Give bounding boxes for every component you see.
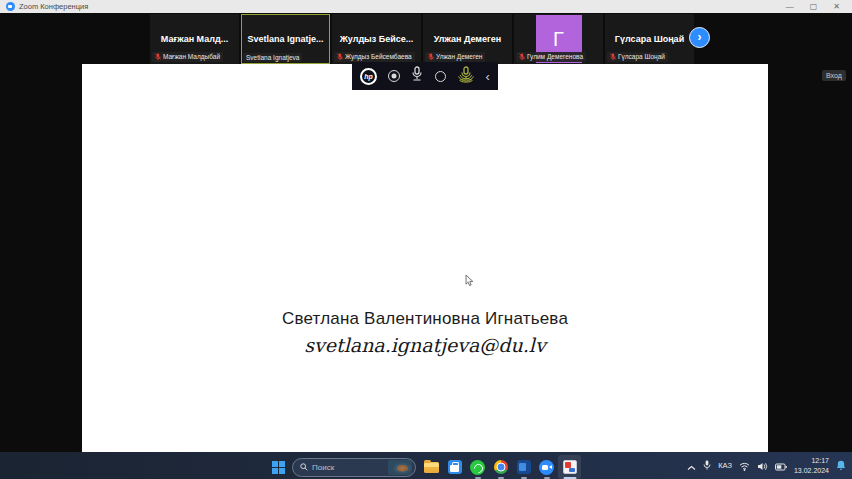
taskbar-item-office-app[interactable] xyxy=(512,455,535,479)
participant-tile-active-speaker[interactable]: Svetlana Ignatje... Svetlana Ignatjeva xyxy=(241,14,330,64)
taskbar-search[interactable] xyxy=(292,458,416,477)
notification-bell-icon[interactable] xyxy=(836,457,846,475)
windows-taskbar: КАЗ 12:17 13.02.2024 xyxy=(0,452,852,479)
wifi-icon[interactable] xyxy=(739,457,750,475)
volume-icon[interactable] xyxy=(757,457,768,475)
hp-logo-icon: hp xyxy=(360,68,377,85)
participant-tile[interactable]: Улжан Демеген Улжан Демеген xyxy=(423,14,512,64)
search-highlight-image[interactable] xyxy=(388,460,412,475)
document-app-icon xyxy=(563,460,577,474)
participant-label: Улжан Демеген xyxy=(425,52,485,63)
whatsapp-icon xyxy=(470,460,485,475)
restore-button[interactable]: ▢ xyxy=(810,0,818,13)
zoom-icon xyxy=(539,460,554,475)
shared-screen-slide xyxy=(82,64,768,452)
mic-active-icon[interactable] xyxy=(457,66,475,87)
participant-label: Мағжан Малдыбай xyxy=(152,52,223,63)
taskbar-item-store[interactable] xyxy=(443,455,466,479)
taskbar-item-zoom[interactable] xyxy=(535,455,558,479)
keyboard-language[interactable]: КАЗ xyxy=(718,461,732,470)
record-icon[interactable] xyxy=(388,70,400,82)
taskbar-item-active-document-app[interactable] xyxy=(558,455,581,479)
login-button[interactable]: Вход xyxy=(822,70,846,81)
minimize-button[interactable]: — xyxy=(786,0,794,13)
search-input[interactable] xyxy=(312,463,382,472)
participant-tile[interactable]: Мағжан Малд... Мағжан Малдыбай xyxy=(150,14,239,64)
taskbar-item-file-explorer[interactable] xyxy=(420,455,443,479)
tray-date: 13.02.2024 xyxy=(794,466,829,475)
taskbar-item-whatsapp[interactable] xyxy=(466,455,489,479)
muted-mic-icon xyxy=(155,53,161,61)
mouse-cursor xyxy=(465,273,474,291)
participant-tile[interactable]: Г Гулим Демегенова xyxy=(514,14,603,64)
muted-mic-icon xyxy=(610,53,616,61)
muted-mic-icon xyxy=(428,53,434,61)
participant-name: Жулдыз Бейсе... xyxy=(333,34,420,44)
tray-clock[interactable]: 12:17 13.02.2024 xyxy=(794,456,829,475)
participant-tile[interactable]: Гүлсара Шоңай Гүлсара Шоңай xyxy=(605,14,694,64)
tray-time: 12:17 xyxy=(794,456,829,465)
participant-strip: Мағжан Малд... Мағжан Малдыбай Svetlana … xyxy=(0,13,852,65)
battery-icon[interactable] xyxy=(775,457,787,475)
tray-chevron-up-icon[interactable] xyxy=(687,457,696,475)
muted-mic-icon xyxy=(519,53,525,61)
participant-name: Гүлсара Шоңай xyxy=(606,34,693,44)
participant-name: Улжан Демеген xyxy=(424,34,511,44)
office-app-icon xyxy=(517,460,531,474)
participant-name: Мағжан Малд... xyxy=(151,34,238,44)
presenter-email: svetlana.ignatjeva@du.lv xyxy=(82,334,768,356)
zoom-app-icon xyxy=(6,2,15,11)
next-participants-button[interactable]: › xyxy=(689,27,710,48)
store-icon xyxy=(448,460,462,474)
mic-icon[interactable] xyxy=(410,66,424,86)
participant-label: Гүлсара Шоңай xyxy=(607,52,668,63)
search-icon xyxy=(300,463,308,471)
window-title: Zoom Конференция xyxy=(19,2,88,11)
muted-mic-icon xyxy=(337,53,343,61)
folder-icon xyxy=(424,462,439,473)
start-button[interactable] xyxy=(268,457,288,478)
chrome-icon xyxy=(494,460,508,474)
hp-audio-toolbar: hp ‹ xyxy=(352,62,498,90)
zoom-meeting-window: Zoom Конференция — ▢ ✕ Мағжан Малд... Ма… xyxy=(0,0,852,479)
collapse-toolbar-icon[interactable]: ‹ xyxy=(486,70,490,83)
participant-label: Svetlana Ignatjeva xyxy=(243,53,302,63)
presenter-name: Светлана Валентиновна Игнатьева xyxy=(82,309,768,329)
window-titlebar: Zoom Конференция — ▢ ✕ xyxy=(0,0,852,13)
tray-mic-icon[interactable] xyxy=(703,457,711,475)
participant-name: Svetlana Ignatje... xyxy=(242,34,329,44)
close-button[interactable]: ✕ xyxy=(833,0,840,13)
windows-logo-icon xyxy=(272,461,285,474)
circle-icon[interactable] xyxy=(435,71,446,82)
participant-label: Гулим Демегенова xyxy=(516,52,586,63)
participant-tile[interactable]: Жулдыз Бейсе... Жулдыз Бейсембаева xyxy=(332,14,421,64)
participant-label: Жулдыз Бейсембаева xyxy=(334,52,415,63)
taskbar-item-chrome[interactable] xyxy=(489,455,512,479)
